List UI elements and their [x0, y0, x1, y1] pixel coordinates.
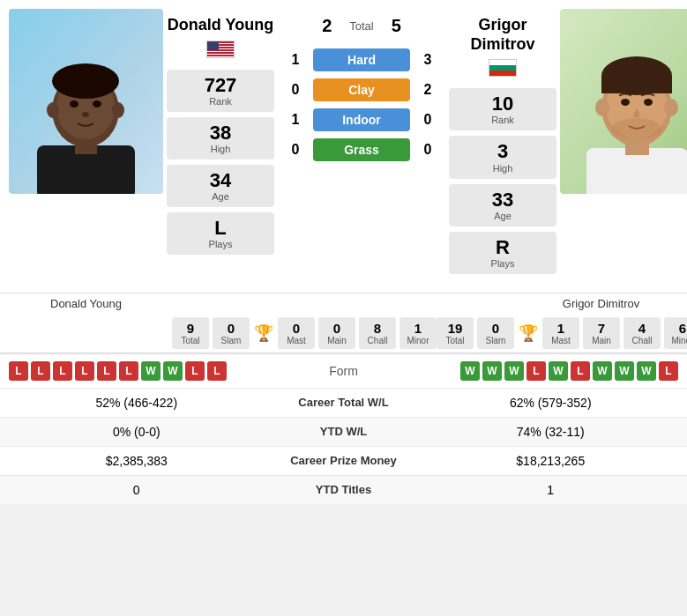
left-mast-value: 0: [280, 321, 313, 336]
right-form-badge-2: W: [504, 361, 524, 381]
svg-point-21: [595, 99, 609, 116]
right-mast-cell: 1 Mast: [542, 317, 579, 349]
hard-button[interactable]: Hard: [313, 48, 410, 71]
left-form-badge-3: L: [75, 361, 94, 381]
stats-right-3: 1: [423, 483, 679, 497]
total-right: 5: [392, 16, 401, 36]
svg-point-23: [612, 118, 661, 139]
right-player-photo: [560, 9, 687, 194]
left-bottom-stats: 9 Total 0 Slam 🏆 0 Mast 0 Main 8 Chall: [172, 317, 437, 349]
indoor-row: 1 Indoor 0: [287, 108, 437, 131]
right-trophy-cell: 🏆: [518, 317, 539, 349]
clay-right: 2: [419, 82, 437, 98]
right-age-value: 33: [458, 189, 548, 211]
form-badges-left: LLLLLLWWLL: [9, 361, 291, 381]
grass-row: 0 Grass 0: [287, 138, 437, 161]
left-high-value: 38: [175, 122, 265, 144]
stats-center-0: Career Total W/L: [265, 396, 423, 409]
form-section: LLLLLLWWLL Form WWWLWLWWWL: [0, 353, 687, 388]
right-form-badge-1: W: [482, 361, 502, 381]
right-slam-value: 0: [479, 321, 512, 336]
right-total-cell: 19 Total: [437, 317, 474, 349]
left-high-label: High: [175, 144, 265, 154]
left-slam-cell: 0 Slam: [213, 317, 250, 349]
left-name-label: Donald Young: [9, 293, 163, 314]
left-rank-label: Rank: [175, 96, 265, 107]
right-high-label: High: [458, 163, 548, 174]
left-form-badge-0: L: [9, 361, 28, 381]
svg-point-11: [112, 102, 124, 118]
form-label: Form: [291, 364, 397, 378]
left-player-card: Donald Young 727 Rank 38 High 34 Age: [163, 9, 278, 284]
right-player-card: Grigor Dimitrov 10 Rank 3 High 33 Age: [445, 9, 560, 284]
right-plays-box: R Plays: [449, 232, 556, 274]
left-minor-cell: 1 Minor: [400, 317, 437, 349]
grass-right: 0: [419, 142, 437, 158]
right-main-value: 7: [585, 321, 618, 336]
left-plays-box: L Plays: [167, 212, 274, 255]
left-total-cell: 9 Total: [172, 317, 209, 349]
left-rank-box: 727 Rank: [167, 70, 274, 112]
svg-point-22: [664, 99, 678, 116]
left-slam-label: Slam: [214, 336, 248, 345]
right-chall-value: 4: [625, 321, 659, 336]
right-player-flag: [489, 59, 517, 77]
stats-right-2: $18,213,265: [423, 454, 679, 468]
right-slam-cell: 0 Slam: [477, 317, 514, 349]
left-plays-value: L: [175, 218, 265, 239]
main-container: Donald Young 727 Rank 38 High 34 Age: [0, 0, 687, 504]
left-age-box: 34 Age: [167, 165, 274, 207]
right-high-box: 3 High: [449, 136, 556, 178]
left-high-box: 38 High: [167, 117, 274, 160]
left-chall-label: Chall: [361, 336, 394, 345]
right-rank-label: Rank: [458, 115, 548, 125]
clay-left: 0: [287, 82, 304, 98]
stats-left-1: 0% (0-0): [9, 425, 265, 439]
indoor-button[interactable]: Indoor: [313, 108, 410, 131]
right-minor-value: 6: [666, 321, 687, 336]
svg-point-17: [621, 99, 630, 106]
name-labels-row: Donald Young Grigor Dimitrov: [0, 293, 687, 314]
svg-point-7: [93, 100, 101, 108]
left-mast-label: Mast: [280, 336, 313, 345]
left-mast-cell: 0 Mast: [278, 317, 315, 349]
left-minor-value: 1: [401, 321, 435, 336]
left-total-value: 9: [174, 321, 207, 336]
svg-point-18: [644, 99, 653, 106]
right-high-value: 3: [458, 141, 548, 162]
right-form-badge-8: W: [637, 361, 656, 381]
total-label: Total: [349, 19, 373, 33]
stats-left-3: 0: [9, 483, 265, 497]
right-main-label: Main: [585, 336, 618, 345]
stats-right-1: 74% (32-11): [423, 425, 679, 439]
clay-button[interactable]: Clay: [313, 78, 410, 101]
left-main-cell: 0 Main: [318, 317, 355, 349]
left-form-badge-8: L: [185, 361, 205, 381]
left-total-label: Total: [174, 336, 207, 345]
left-form-badge-4: L: [97, 361, 116, 381]
left-player-name: Donald Young: [168, 16, 273, 35]
indoor-left: 1: [287, 112, 304, 128]
left-main-label: Main: [320, 336, 354, 345]
stats-row-0: 52% (466-422)Career Total W/L62% (579-35…: [0, 388, 687, 417]
grass-button[interactable]: Grass: [313, 138, 410, 161]
right-age-label: Age: [458, 211, 548, 221]
left-form-badge-9: L: [207, 361, 227, 381]
total-left: 2: [322, 16, 332, 36]
svg-point-8: [82, 112, 89, 117]
left-form-badge-7: W: [163, 361, 183, 381]
right-form-badge-6: W: [593, 361, 612, 381]
stats-row-1: 0% (0-0)YTD W/L74% (32-11): [0, 417, 687, 446]
right-form-badge-0: W: [460, 361, 480, 381]
right-age-box: 33 Age: [449, 184, 556, 226]
left-chall-cell: 8 Chall: [359, 317, 396, 349]
left-trophy-icon: 🏆: [254, 323, 273, 343]
right-plays-value: R: [458, 237, 548, 258]
left-form-badge-5: L: [119, 361, 138, 381]
left-form-badge-1: L: [31, 361, 50, 381]
right-total-label: Total: [438, 336, 472, 345]
right-trophy-icon: 🏆: [519, 323, 538, 343]
right-bottom-stats: 19 Total 0 Slam 🏆 1 Mast 7 Main 4 Chall: [437, 317, 687, 349]
left-plays-label: Plays: [175, 239, 265, 249]
right-minor-label: Minor: [666, 336, 687, 345]
